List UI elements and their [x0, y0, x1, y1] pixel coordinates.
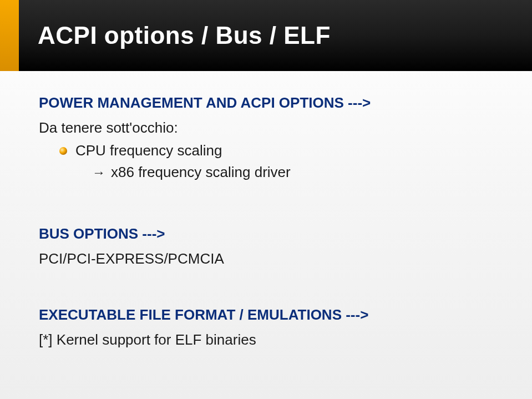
section-exec-header: EXECUTABLE FILE FORMAT / EMULATIONS --->: [39, 306, 499, 324]
arrow-icon: →: [92, 165, 105, 180]
spacer: [39, 273, 499, 291]
section-bus-header: BUS OPTIONS --->: [39, 225, 499, 243]
power-note: Da tenere sott'occhio:: [39, 119, 499, 137]
sub-text: x86 frequency scaling driver: [111, 164, 291, 181]
section-power-header: POWER MANAGEMENT AND ACPI OPTIONS --->: [39, 94, 499, 112]
title-bar: ACPI options / Bus / ELF: [19, 0, 532, 71]
svg-point-0: [59, 147, 67, 155]
slide-content: POWER MANAGEMENT AND ACPI OPTIONS ---> D…: [39, 94, 499, 354]
slide-title: ACPI options / Bus / ELF: [38, 22, 331, 49]
sub-item: → x86 frequency scaling driver: [92, 164, 499, 181]
slide: ACPI options / Bus / ELF POWER MANAGEMEN…: [0, 0, 532, 399]
exec-line: [*] Kernel support for ELF binaries: [39, 331, 499, 349]
bus-line: PCI/PCI-EXPRESS/PCMCIA: [39, 250, 499, 267]
spacer: [39, 185, 499, 210]
bullet-text: CPU frequency scaling: [75, 142, 222, 159]
bullet-icon: [59, 147, 68, 155]
bullet-item: CPU frequency scaling: [59, 142, 499, 159]
accent-bar: [0, 0, 19, 71]
